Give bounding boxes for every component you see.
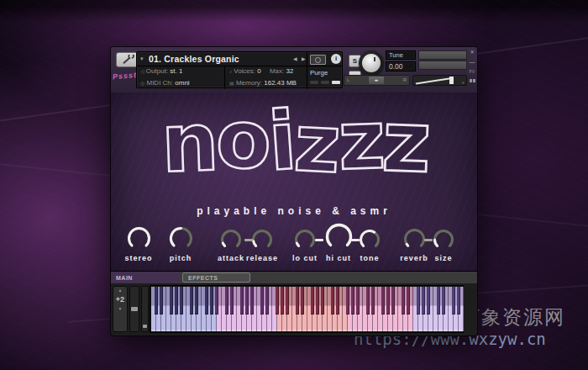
piano-keyboard xyxy=(151,287,464,331)
black-key[interactable] xyxy=(240,287,244,314)
pitch-wheel-handle[interactable] xyxy=(143,325,147,328)
instrument-title[interactable]: 01. Crackles Organic xyxy=(149,54,239,64)
black-key[interactable] xyxy=(391,287,395,314)
black-key[interactable] xyxy=(296,287,299,314)
black-key[interactable] xyxy=(286,287,289,314)
black-key[interactable] xyxy=(205,287,208,314)
snapshot-camera-button[interactable] xyxy=(310,55,326,65)
tab-main[interactable]: MAIN xyxy=(111,272,179,284)
instrument-settings-rows: ◁ Output: st. 1 ▾ ◎ MIDI Ch: omni ▾ ♪ Vo… xyxy=(137,66,342,89)
midi-channel-select[interactable]: ◎ MIDI Ch: omni ▾ xyxy=(140,77,190,89)
volume-plus-label: + xyxy=(461,80,465,85)
mod-wheel-handle[interactable] xyxy=(131,307,138,311)
black-key[interactable] xyxy=(422,287,425,314)
black-key[interactable] xyxy=(336,287,339,314)
black-key[interactable] xyxy=(437,287,440,314)
octave-shift-control: ▲ +2 ▼ xyxy=(113,286,128,332)
black-key[interactable] xyxy=(417,287,420,314)
knob-label: hi cut xyxy=(312,254,365,262)
black-key[interactable] xyxy=(155,287,158,314)
knob-reverb[interactable] xyxy=(403,228,426,254)
camera-icon xyxy=(315,57,321,63)
pitch-wheel[interactable] xyxy=(141,286,149,332)
black-key[interactable] xyxy=(351,287,354,314)
prev-instrument-icon[interactable]: ◀ xyxy=(293,56,297,61)
instrument-info-panel: ▾ 01. Crackles Organic ◀ ▶ i ◁ Output: s… xyxy=(136,51,343,88)
black-key[interactable] xyxy=(371,287,375,314)
output-select[interactable]: ◁ Output: st. 1 ▾ xyxy=(140,66,182,77)
black-key[interactable] xyxy=(402,287,405,314)
instrument-header: Pssst. ▾ 01. Crackles Organic ◀ ▶ i ◁ Ou… xyxy=(111,47,477,93)
black-key[interactable] xyxy=(245,287,249,314)
info-button[interactable]: i xyxy=(331,54,341,64)
tune-knob-cap xyxy=(362,54,381,72)
chevron-down-icon[interactable]: ▾ xyxy=(140,56,144,62)
pan-handle[interactable]: ◂▸ xyxy=(369,77,384,84)
knob-lo-cut[interactable] xyxy=(294,229,316,254)
black-key[interactable] xyxy=(407,287,410,314)
octave-up-icon[interactable]: ▲ xyxy=(113,287,127,293)
knob-tone[interactable] xyxy=(359,229,381,254)
black-key[interactable] xyxy=(265,287,269,314)
mod-wheel[interactable] xyxy=(129,286,139,332)
black-key[interactable] xyxy=(457,287,460,314)
black-key[interactable] xyxy=(311,287,314,314)
black-key[interactable] xyxy=(452,287,455,314)
knob-link-dash xyxy=(424,239,433,241)
knob-release[interactable] xyxy=(251,229,273,254)
black-key[interactable] xyxy=(260,287,264,314)
black-key[interactable] xyxy=(230,287,234,314)
black-key[interactable] xyxy=(331,287,334,314)
black-key[interactable] xyxy=(316,287,319,314)
memory-icon: ▤ xyxy=(229,81,234,86)
close-icon[interactable]: ✕ xyxy=(468,49,476,55)
black-key[interactable] xyxy=(386,287,390,314)
black-key[interactable] xyxy=(250,287,254,314)
knob-pitch[interactable] xyxy=(169,226,193,254)
volume-handle xyxy=(449,77,454,84)
window-mini-controls: ✕ — PV xyxy=(468,49,476,82)
knob-size[interactable] xyxy=(433,229,454,254)
memory-readout: ▤ Memory: 162.43 MB xyxy=(229,77,297,89)
black-key[interactable] xyxy=(301,287,304,314)
black-key[interactable] xyxy=(276,287,279,314)
next-instrument-icon[interactable]: ▶ xyxy=(302,56,306,61)
logo-letter: z xyxy=(381,96,430,190)
black-key[interactable] xyxy=(195,287,198,314)
black-key[interactable] xyxy=(215,287,218,314)
tab-effects[interactable]: EFFECTS xyxy=(182,272,250,283)
black-key[interactable] xyxy=(427,287,430,314)
black-key[interactable] xyxy=(210,287,213,314)
black-key[interactable] xyxy=(190,287,193,314)
level-led-strip xyxy=(310,81,340,84)
minimize-icon[interactable]: — xyxy=(468,60,476,64)
octave-down-icon[interactable]: ▼ xyxy=(113,305,127,312)
volume-slider[interactable]: − + xyxy=(412,75,467,86)
knob-label: size xyxy=(417,254,470,262)
led-segment xyxy=(332,81,340,84)
purge-label: Purge xyxy=(310,69,328,77)
tune-knob[interactable] xyxy=(359,50,384,76)
black-key[interactable] xyxy=(180,287,183,314)
black-key[interactable] xyxy=(225,287,228,314)
knob-hi-cut[interactable] xyxy=(325,223,353,254)
led-segment xyxy=(310,81,318,84)
black-key[interactable] xyxy=(281,287,284,314)
performance-view-button[interactable]: PV xyxy=(468,70,476,74)
purge-menu[interactable]: Purge ▾ xyxy=(310,67,328,79)
black-key[interactable] xyxy=(346,287,349,314)
black-key[interactable] xyxy=(366,287,370,314)
black-key[interactable] xyxy=(175,287,178,314)
tune-value[interactable]: 0.00 xyxy=(386,61,416,71)
pan-slider[interactable]: L R ◂▸ xyxy=(344,75,410,86)
knob-attack[interactable] xyxy=(220,229,242,254)
black-key[interactable] xyxy=(321,287,324,314)
black-key[interactable] xyxy=(160,287,163,314)
knob-stereo[interactable] xyxy=(127,226,151,254)
black-key[interactable] xyxy=(356,287,360,314)
black-key[interactable] xyxy=(170,287,173,314)
knob-label: stereo xyxy=(112,254,165,262)
black-key[interactable] xyxy=(442,287,445,314)
black-key[interactable] xyxy=(381,287,385,314)
aux-sends-icon[interactable] xyxy=(468,79,476,82)
